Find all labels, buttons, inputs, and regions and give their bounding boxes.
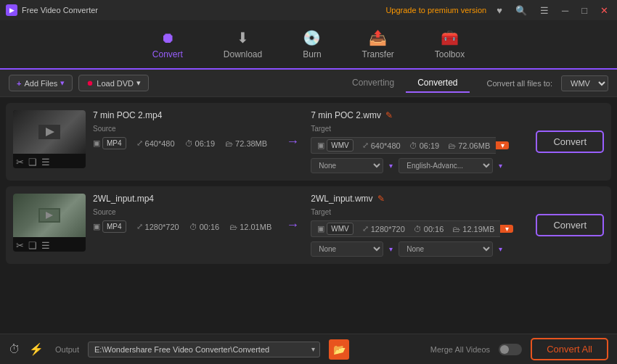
arrow-right-icon-2: → [286, 218, 299, 233]
thumbnail-1: ✂ ❑ ☰ [13, 110, 86, 168]
target-meta-inner-1: ▣ WMV ⤢ 640*480 ⏱ 06:19 🗁 [311, 137, 496, 154]
target-clock-icon-2: ⏱ [414, 225, 422, 233]
target-filesize-1: 72.06MB [458, 141, 490, 150]
format-select[interactable]: WMV [561, 75, 608, 91]
toolbar-tabs: Converting Converted [340, 74, 469, 93]
tab-converted[interactable]: Converted [406, 74, 469, 93]
nav-item-download[interactable]: ⬇ Download [203, 23, 282, 65]
sub-dropdown-icon-2: ▾ [389, 245, 393, 253]
convert-button-2[interactable]: Convert [536, 214, 604, 236]
edit-icon-1[interactable]: ✎ [385, 110, 393, 120]
sub-lang-dropdown-icon-1: ▾ [499, 162, 502, 170]
add-files-button[interactable]: + Add Files ▾ [9, 75, 73, 91]
convert-all-button[interactable]: Convert All [531, 338, 608, 360]
nav-item-transfer[interactable]: 📤 Transfer [342, 23, 414, 65]
layers-icon-2[interactable]: ❑ [28, 240, 37, 252]
clock-icon-1: ⏱ [185, 139, 193, 148]
close-button[interactable]: ✕ [597, 5, 611, 16]
menu-icon[interactable]: ☰ [537, 5, 552, 16]
format-icon-2: ▣ [93, 222, 100, 231]
settings-icon-1[interactable]: ☰ [41, 157, 50, 168]
load-dvd-label: Load DVD [97, 79, 134, 88]
target-dur-1: ⏱ 06:19 [409, 141, 440, 150]
target-meta-2: ▣ WMV ⤢ 1280*720 ⏱ 00:16 🗁 [311, 220, 528, 237]
arrow-col-2: → [282, 194, 303, 257]
load-dvd-button[interactable]: ⏺ Load DVD ▾ [78, 75, 149, 91]
nav-item-toolbox[interactable]: 🧰 Toolbox [414, 23, 485, 65]
upgrade-link[interactable]: Upgrade to premium version [385, 6, 486, 15]
app-logo: ▶ [6, 4, 17, 16]
subtitle-lang-select-1[interactable]: English-Advanc... [399, 158, 493, 173]
subtitle-select-none-2[interactable]: None [311, 241, 383, 257]
maximize-button[interactable]: □ [579, 5, 590, 16]
subtitle-select-none-1[interactable]: None [311, 158, 383, 173]
target-section-2: 2WL_input.wmv ✎ Target ▣ WMV ⤢ 1280*720 [311, 194, 528, 257]
target-dropdown-btn-1[interactable]: ▾ [496, 141, 509, 149]
merge-all-label: Merge All Videos [430, 345, 490, 354]
target-name-2: 2WL_input.wmv ✎ [311, 194, 528, 204]
target-dur-2: ⏱ 00:16 [414, 225, 444, 233]
convert-button-1[interactable]: Convert [536, 131, 604, 153]
file-info-2: 2WL_input.mp4 Source ▣ MP4 ⤢ 1280*720 ⏱ … [93, 194, 274, 257]
target-format-icon-1: ▣ [317, 141, 324, 150]
source-format-badge-1: MP4 [102, 137, 126, 149]
target-filename-2: 2WL_input.wmv [311, 194, 372, 204]
source-filename-1: 7 min POC 2.mp4 [93, 110, 274, 120]
target-filename-1: 7 min POC 2.wmv [311, 110, 381, 120]
sub-lang-dropdown-icon-2: ▾ [499, 245, 502, 253]
video-frame-icon-2 [38, 208, 60, 223]
add-files-label: Add Files [24, 79, 57, 88]
bottom-bar: ⏱ ⚡ Output E:\Wondershare Free Video Con… [0, 334, 617, 364]
source-format-badge-2: MP4 [102, 220, 126, 233]
nav-bar: ⏺ Convert ⬇ Download 💿 Burn 📤 Transfer 🧰… [0, 20, 617, 70]
search-title-icon[interactable]: 🔍 [512, 5, 530, 16]
thumb-preview-1 [13, 110, 86, 154]
folder-open-icon: 📂 [333, 344, 346, 355]
scissors-icon-2[interactable]: ✂ [16, 240, 24, 252]
output-path-arrow[interactable]: ▾ [307, 345, 319, 353]
dvd-dropdown-icon[interactable]: ▾ [136, 78, 141, 88]
target-label-2: Target [311, 208, 528, 216]
target-section-1: 7 min POC 2.wmv ✎ Target ▣ WMV ⤢ 640*480 [311, 110, 528, 173]
file-row: ✂ ❑ ☰ 7 min POC 2.mp4 Source ▣ MP4 ⤢ 640… [6, 103, 611, 181]
clock-bottom-icon[interactable]: ⏱ [9, 343, 20, 356]
merge-toggle[interactable] [499, 344, 522, 355]
nav-label-convert: Convert [152, 49, 183, 59]
target-clock-icon-1: ⏱ [409, 141, 417, 150]
clock-icon-2: ⏱ [189, 223, 197, 231]
subtitle-lang-select-2[interactable]: None [399, 241, 493, 257]
target-size-1: 🗁 72.06MB [448, 141, 490, 150]
layers-icon-1[interactable]: ❑ [28, 157, 37, 168]
source-filename-2: 2WL_input.mp4 [93, 194, 274, 204]
scissors-icon-1[interactable]: ✂ [16, 157, 24, 168]
subtitle-row-2: None ▾ None ▾ [311, 241, 528, 257]
title-bar-left: ▶ Free Video Converter [6, 4, 98, 16]
thumb-preview-2 [13, 194, 86, 237]
nav-item-burn[interactable]: 💿 Burn [282, 23, 341, 65]
output-path-wrap: E:\Wondershare Free Video Converter\Conv… [88, 342, 320, 357]
title-bar-right: Upgrade to premium version ♥ 🔍 ☰ ─ □ ✕ [385, 5, 611, 16]
target-meta-wrap-1: ▣ WMV ⤢ 640*480 ⏱ 06:19 🗁 [311, 137, 509, 154]
source-label-2: Source [93, 208, 274, 216]
open-folder-button[interactable]: 📂 [329, 339, 349, 360]
flash-icon[interactable]: ⚡ [29, 342, 44, 356]
tab-converting[interactable]: Converting [340, 74, 406, 93]
minimize-button[interactable]: ─ [559, 5, 571, 16]
source-resolution-2: 1280*720 [145, 223, 179, 231]
target-format-1: ▣ WMV [317, 139, 353, 152]
format-icon-1: ▣ [93, 138, 100, 148]
edit-icon-2[interactable]: ✎ [377, 194, 385, 204]
convert-nav-icon: ⏺ [160, 30, 175, 46]
source-meta-2: ▣ MP4 ⤢ 1280*720 ⏱ 00:16 🗁 12.01MB [93, 220, 274, 233]
transfer-nav-icon: 📤 [369, 29, 387, 46]
arrow-col-1: → [282, 110, 303, 173]
heart-icon[interactable]: ♥ [494, 5, 505, 16]
settings-icon-2[interactable]: ☰ [41, 240, 50, 252]
add-files-dropdown-icon[interactable]: ▾ [60, 78, 65, 88]
download-nav-icon: ⬇ [237, 29, 249, 46]
folder-icon-2: 🗁 [229, 223, 237, 231]
source-duration-2: 00:16 [200, 223, 220, 231]
nav-item-convert[interactable]: ⏺ Convert [132, 24, 203, 65]
source-dur-2: ⏱ 00:16 [189, 223, 220, 231]
target-dropdown-btn-2[interactable]: ▾ [500, 225, 513, 233]
